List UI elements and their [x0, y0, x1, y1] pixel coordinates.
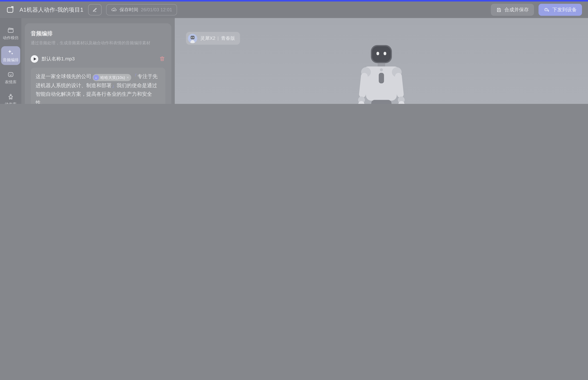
audio-file-row: 默认名称1.mp3 — [31, 55, 165, 62]
deploy-device-button[interactable]: 下发到设备 — [538, 4, 582, 16]
sparkles-icon — [7, 49, 14, 56]
model-version: 青春版 — [221, 35, 235, 41]
project-title: A1机器人动作-我的项目1 — [19, 6, 84, 13]
top-highlight-strip — [0, 0, 588, 1]
script-text: 这是一家全球领先的公司哈哈大笑(10s)×「专注于先进机器人系统的设计、制造和部… — [36, 72, 160, 104]
app-logo-icon[interactable] — [6, 5, 15, 14]
model-name: 灵犀X2 — [200, 35, 215, 41]
laugh-face-icon — [93, 75, 99, 80]
person-icon — [7, 93, 14, 100]
audio-file-name: 默认名称1.mp3 — [42, 55, 156, 62]
clapperboard-icon — [7, 27, 14, 34]
script-editor[interactable]: 这是一家全球领先的公司哈哈大笑(10s)×「专注于先进机器人系统的设计、制造和部… — [31, 67, 165, 104]
save-label: 保存时间 — [120, 7, 138, 13]
save-status: 保存时间 26/01/03 12:01 — [106, 4, 177, 16]
text-run: 这是一家全球领先的公司 — [36, 73, 91, 79]
merge-save-button[interactable]: 合成并保存 — [491, 4, 534, 16]
floppy-icon — [496, 7, 502, 13]
panel-title: 音频编排 — [31, 30, 165, 37]
robot-avatar — [188, 34, 197, 43]
viewport-3d[interactable]: 灵犀X2 青春版 — [175, 18, 588, 104]
app-window: A1机器人动作-我的项目1 保存时间 26/01/03 12:01 合成并保存 … — [0, 0, 588, 104]
sidebar-item-expression-lib[interactable]: 表情库 — [1, 68, 20, 87]
model-chip: 灵犀X2 青春版 — [186, 32, 240, 45]
expression-tag-1[interactable]: 哈哈大笑(10s)× — [92, 74, 131, 81]
play-audio-button[interactable] — [31, 55, 38, 62]
remove-tag-icon[interactable]: × — [126, 73, 129, 82]
audio-arrange-card: 音频编排 通过音频处理，生成音频素材以及融合动作和表情的音频编排素材 默认名称1… — [25, 23, 171, 104]
save-time: 26/01/03 12:01 — [141, 7, 172, 13]
face-card-icon — [7, 71, 14, 78]
sidebar-item-audio-arrange[interactable]: 音频编排 — [1, 46, 20, 65]
top-bar: A1机器人动作-我的项目1 保存时间 26/01/03 12:01 合成并保存 … — [0, 1, 588, 18]
left-sidebar: 动作模仿 音频编排 表情库 动作库 音频库 我的任务 — [0, 18, 21, 104]
sidebar-item-motion-lib[interactable]: 动作库 — [1, 91, 20, 104]
panel-subtitle: 通过音频处理，生成音频素材以及融合动作和表情的音频编排素材 — [31, 40, 165, 46]
rename-button[interactable] — [88, 4, 102, 16]
robot-model — [342, 43, 421, 104]
sidebar-item-motion-mimic[interactable]: 动作模仿 — [1, 24, 20, 43]
audio-arrange-panel: 音频编排 通过音频处理，生成音频素材以及融合动作和表情的音频编排素材 默认名称1… — [21, 18, 175, 104]
cloud-save-icon — [111, 7, 117, 13]
robot-download-icon — [544, 7, 550, 13]
delete-audio-icon[interactable] — [159, 56, 165, 62]
